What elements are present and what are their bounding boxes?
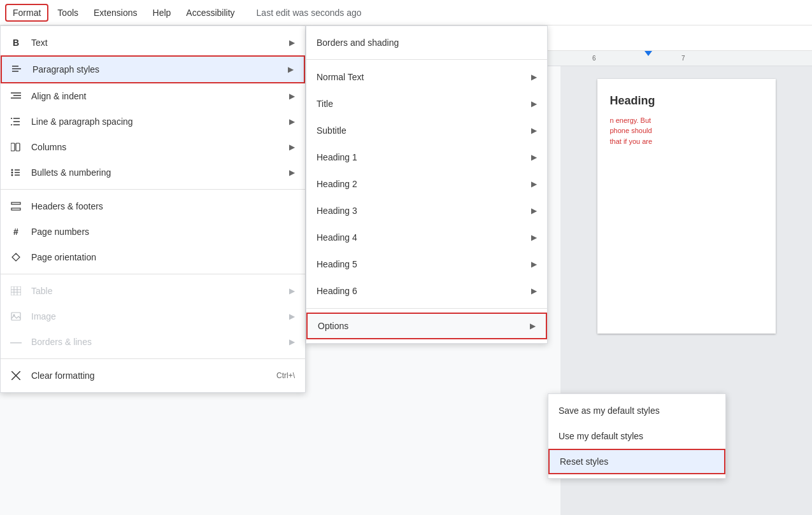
clear-formatting-shortcut: Ctrl+\	[276, 371, 295, 380]
table-item[interactable]: Table ▶	[1, 278, 305, 304]
text-arrow: ▶	[289, 38, 295, 47]
heading4-item[interactable]: Heading 4 ▶	[306, 224, 547, 251]
page-orientation-item[interactable]: Page orientation	[1, 244, 305, 270]
heading6-label: Heading 6	[317, 286, 531, 296]
heading5-label: Heading 5	[317, 259, 531, 269]
svg-rect-50	[11, 208, 20, 210]
borders-lines-icon: —	[8, 334, 24, 349]
accessibility-menu-trigger[interactable]: Accessibility	[180, 5, 241, 20]
clear-formatting-label: Clear formatting	[31, 370, 264, 381]
document-body: n energy. But phone should that if you a…	[610, 115, 763, 147]
page-orientation-icon	[8, 250, 24, 265]
help-menu-trigger[interactable]: Help	[146, 5, 178, 20]
menu-bar: Format Tools Extensions Help Accessibili…	[0, 0, 812, 25]
options-item[interactable]: Options ▶	[306, 313, 547, 339]
page-orientation-label: Page orientation	[31, 252, 295, 262]
tools-menu-trigger[interactable]: Tools	[51, 5, 85, 20]
document-heading: Heading	[610, 92, 763, 110]
title-label: Title	[317, 99, 531, 109]
heading1-item[interactable]: Heading 1 ▶	[306, 144, 547, 171]
document-page: Heading n energy. But phone should that …	[597, 79, 776, 334]
format-menu-trigger[interactable]: Format	[5, 4, 48, 22]
format-dropdown: B Text ▶ Paragraph styles ▶ Align & inde…	[0, 25, 306, 393]
svg-rect-42	[16, 143, 20, 151]
heading4-label: Heading 4	[317, 232, 531, 243]
line-spacing-item[interactable]: Line & paragraph spacing ▶	[1, 109, 305, 134]
heading1-label: Heading 1	[317, 152, 531, 162]
heading2-item[interactable]: Heading 2 ▶	[306, 171, 547, 197]
svg-rect-51	[11, 286, 21, 295]
align-indent-arrow: ▶	[289, 92, 295, 101]
columns-arrow: ▶	[289, 143, 295, 152]
heading4-arrow: ▶	[531, 233, 537, 242]
bullets-numbering-label: Bullets & numbering	[31, 167, 289, 178]
headers-footers-item[interactable]: Headers & footers	[1, 194, 305, 219]
heading3-item[interactable]: Heading 3 ▶	[306, 197, 547, 224]
title-item[interactable]: Title ▶	[306, 90, 547, 117]
borders-lines-item[interactable]: — Borders & lines ▶	[1, 329, 305, 355]
align-indent-label: Align & indent	[31, 91, 289, 101]
subtitle-item[interactable]: Subtitle ▶	[306, 117, 547, 144]
normal-text-arrow: ▶	[531, 73, 537, 81]
options-submenu: Save as my default styles Use my default…	[548, 393, 726, 479]
heading6-item[interactable]: Heading 6 ▶	[306, 278, 547, 304]
heading3-label: Heading 3	[317, 206, 531, 216]
svg-rect-56	[11, 313, 20, 320]
image-item[interactable]: Image ▶	[1, 304, 305, 329]
para-submenu-divider-2	[306, 308, 547, 309]
table-icon	[8, 283, 24, 299]
align-indent-icon	[8, 88, 24, 104]
line-spacing-arrow: ▶	[289, 117, 295, 126]
menu-divider-1	[1, 189, 305, 190]
extensions-menu-trigger[interactable]: Extensions	[87, 5, 143, 20]
doc-line-1: n energy. But	[610, 115, 763, 126]
subtitle-label: Subtitle	[317, 125, 531, 136]
svg-rect-49	[11, 202, 20, 204]
table-arrow: ▶	[289, 286, 295, 295]
columns-icon	[8, 139, 24, 155]
menu-divider-3	[1, 358, 305, 359]
subtitle-arrow: ▶	[531, 126, 537, 135]
page-numbers-icon: #	[8, 224, 24, 239]
reset-styles-item[interactable]: Reset styles	[548, 449, 725, 474]
ruler-mark-6: 6	[592, 55, 596, 62]
svg-point-45	[11, 172, 13, 174]
columns-item[interactable]: Columns ▶	[1, 134, 305, 160]
last-edit-status: Last edit was seconds ago	[257, 8, 362, 18]
save-default-item[interactable]: Save as my default styles	[548, 398, 725, 423]
paragraph-styles-item[interactable]: Paragraph styles ▶	[1, 55, 305, 83]
heading1-arrow: ▶	[531, 153, 537, 162]
heading6-arrow: ▶	[531, 286, 537, 295]
page-numbers-item[interactable]: # Page numbers	[1, 219, 305, 244]
ruler-mark-7: 7	[681, 55, 685, 62]
use-default-label: Use my default styles	[559, 431, 643, 441]
svg-point-47	[11, 174, 13, 176]
heading5-item[interactable]: Heading 5 ▶	[306, 251, 547, 278]
clear-formatting-item[interactable]: Clear formatting Ctrl+\	[1, 363, 305, 388]
svg-rect-41	[11, 143, 15, 151]
bullets-numbering-item[interactable]: Bullets & numbering ▶	[1, 160, 305, 185]
text-icon: B	[8, 35, 24, 50]
image-icon	[8, 309, 24, 324]
paragraph-styles-label: Paragraph styles	[32, 64, 288, 74]
borders-shading-item[interactable]: Borders and shading	[306, 30, 547, 55]
bullets-numbering-arrow: ▶	[289, 168, 295, 177]
align-indent-item[interactable]: Align & indent ▶	[1, 83, 305, 109]
doc-line-3: that if you are	[610, 136, 763, 147]
normal-text-item[interactable]: Normal Text ▶	[306, 64, 547, 90]
use-default-item[interactable]: Use my default styles	[548, 423, 725, 449]
format-text-item[interactable]: B Text ▶	[1, 30, 305, 55]
doc-line-2: phone should	[610, 125, 763, 136]
svg-point-43	[11, 169, 13, 171]
save-default-label: Save as my default styles	[559, 406, 660, 416]
paragraph-styles-icon	[10, 62, 25, 77]
clear-formatting-icon	[8, 368, 24, 383]
heading2-arrow: ▶	[531, 180, 537, 188]
format-text-label: Text	[31, 38, 289, 48]
headers-footers-label: Headers & footers	[31, 201, 295, 211]
paragraph-styles-submenu: Borders and shading Normal Text ▶ Title …	[306, 25, 548, 344]
line-spacing-icon	[8, 114, 24, 129]
heading5-arrow: ▶	[531, 260, 537, 269]
columns-label: Columns	[31, 142, 289, 152]
bullets-numbering-icon	[8, 165, 24, 180]
